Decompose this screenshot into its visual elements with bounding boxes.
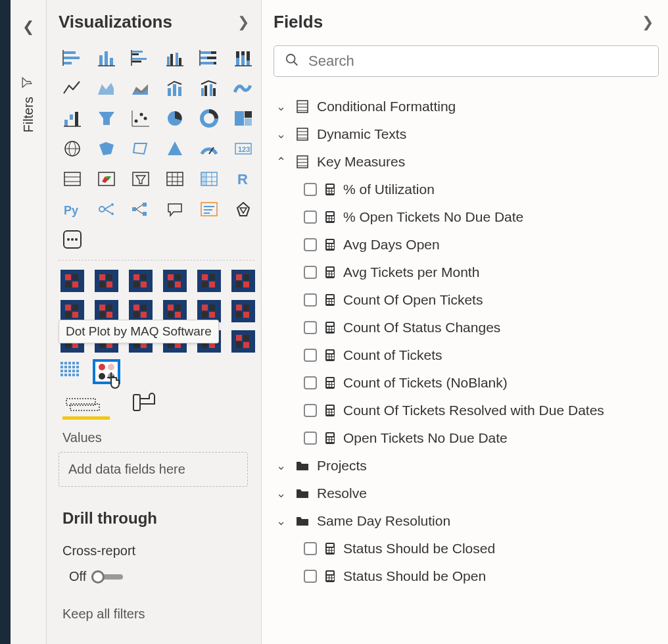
area-chart-icon[interactable]	[93, 76, 120, 101]
scatter-chart-icon[interactable]	[127, 106, 155, 131]
more-visuals-icon[interactable]	[59, 227, 86, 252]
field-checkbox[interactable]	[304, 376, 317, 389]
field-checkbox[interactable]	[304, 211, 317, 224]
dot-plot-visual-icon[interactable]	[93, 359, 120, 384]
field-checkbox[interactable]	[304, 432, 317, 445]
line-stacked-column-icon[interactable]	[161, 76, 189, 101]
svg-rect-11	[132, 61, 141, 62]
collapse-filters-icon[interactable]: ❮	[22, 18, 34, 36]
donut-chart-icon[interactable]	[195, 106, 223, 131]
smart-narrative-icon[interactable]	[195, 197, 223, 222]
matrix-icon[interactable]	[195, 166, 223, 191]
field-table-row[interactable]: ⌄Dynamic Texts	[274, 120, 659, 148]
field-checkbox[interactable]	[304, 570, 317, 583]
svg-rect-152	[243, 305, 249, 310]
fields-tab-icon[interactable]	[65, 392, 111, 414]
custom-visual-icon[interactable]	[161, 268, 189, 293]
field-checkbox[interactable]	[304, 266, 317, 279]
svg-rect-292	[327, 410, 329, 412]
field-table-row[interactable]: ⌄Same Day Resolution	[274, 507, 659, 535]
stacked-bar-chart-icon[interactable]	[59, 45, 86, 70]
custom-visual-icon[interactable]	[229, 299, 257, 324]
field-checkbox[interactable]	[304, 542, 317, 555]
multi-row-card-icon[interactable]	[59, 166, 86, 191]
python-visual-icon[interactable]: Py	[59, 197, 86, 222]
chevron-up-icon: ⌃	[274, 155, 288, 169]
treemap-icon[interactable]	[229, 106, 257, 131]
r-visual-icon[interactable]: R	[229, 166, 257, 191]
slicer-icon[interactable]	[127, 166, 155, 191]
field-checkbox[interactable]	[304, 321, 317, 334]
svg-rect-313	[332, 551, 334, 553]
field-table-row[interactable]: ⌄Projects	[274, 452, 659, 480]
svg-rect-145	[197, 300, 221, 322]
hundred-stacked-bar-icon[interactable]	[195, 45, 223, 70]
qna-icon[interactable]	[161, 197, 189, 222]
custom-visual-icon[interactable]	[127, 268, 155, 293]
custom-visual-icon[interactable]	[59, 268, 86, 293]
grid-visual-icon[interactable]	[59, 359, 86, 384]
field-measure-row[interactable]: % of Utilization	[274, 176, 659, 203]
custom-visual-icon[interactable]	[195, 268, 223, 293]
funnel-chart-icon[interactable]	[93, 106, 120, 131]
card-icon[interactable]: 123	[229, 136, 257, 161]
field-table-row[interactable]: ⌄Resolve	[274, 480, 659, 507]
field-checkbox[interactable]	[304, 349, 317, 362]
field-measure-row[interactable]: Count of Tickets (NoBlank)	[274, 369, 659, 397]
hundred-stacked-column-icon[interactable]	[229, 45, 257, 70]
svg-rect-141	[168, 305, 174, 310]
cross-report-label: Cross-report	[62, 543, 254, 558]
line-clustered-column-icon[interactable]	[195, 76, 223, 101]
shape-map-icon[interactable]	[127, 136, 155, 161]
custom-visual-icon[interactable]	[229, 268, 257, 293]
field-measure-row[interactable]: % Open Tickets No Due Date	[274, 203, 659, 231]
custom-visual-icon[interactable]	[93, 268, 120, 293]
azure-map-icon[interactable]	[161, 136, 189, 161]
field-measure-row[interactable]: Count of Tickets	[274, 341, 659, 369]
field-measure-row[interactable]: Count Of Tickets Resolved with Due Dates	[274, 397, 659, 424]
clustered-column-chart-icon[interactable]	[161, 45, 189, 70]
field-checkbox[interactable]	[304, 293, 317, 307]
values-drop-zone[interactable]: Add data fields here	[59, 452, 248, 487]
field-checkbox[interactable]	[304, 183, 317, 196]
collapse-fields-icon[interactable]: ❯	[642, 14, 654, 31]
stacked-area-chart-icon[interactable]	[127, 76, 155, 101]
field-measure-row[interactable]: Status Should be Closed	[274, 535, 659, 562]
gauge-icon[interactable]	[195, 136, 223, 161]
pie-chart-icon[interactable]	[161, 106, 189, 131]
map-icon[interactable]	[59, 136, 86, 161]
clustered-bar-chart-icon[interactable]	[127, 45, 155, 70]
search-input[interactable]	[308, 53, 648, 70]
svg-rect-154	[243, 312, 249, 318]
svg-rect-96	[65, 274, 71, 280]
field-measure-row[interactable]: Avg Days Open	[274, 231, 659, 259]
key-influencers-icon[interactable]	[93, 197, 120, 222]
stacked-column-chart-icon[interactable]	[93, 45, 120, 70]
field-measure-row[interactable]: Avg Tickets per Month	[274, 259, 659, 286]
waterfall-chart-icon[interactable]	[59, 106, 86, 131]
custom-visual-icon[interactable]	[229, 329, 257, 354]
kpi-icon[interactable]	[93, 166, 120, 191]
field-measure-row[interactable]: Open Tickets No Due Date	[274, 424, 659, 452]
format-tab-icon[interactable]	[131, 392, 157, 414]
svg-rect-318	[332, 576, 334, 578]
table-icon[interactable]	[161, 166, 189, 191]
decomposition-tree-icon[interactable]	[127, 197, 155, 222]
field-table-row[interactable]: ⌄Conditional Formatting	[274, 93, 659, 120]
svg-rect-131	[99, 305, 105, 310]
paginated-report-icon[interactable]	[229, 197, 257, 222]
field-checkbox[interactable]	[304, 238, 317, 251]
field-measure-row[interactable]: Count Of Status Changes	[274, 314, 659, 341]
field-measure-row[interactable]: Count Of Open Tickets	[274, 286, 659, 314]
field-checkbox[interactable]	[304, 404, 317, 417]
measure-name: Avg Days Open	[343, 237, 440, 253]
line-chart-icon[interactable]	[59, 76, 86, 101]
filled-map-icon[interactable]	[93, 136, 120, 161]
svg-rect-10	[132, 58, 147, 60]
field-measure-row[interactable]: Status Should be Open	[274, 562, 659, 590]
cross-report-toggle[interactable]: Off	[69, 569, 254, 584]
fields-search[interactable]	[274, 45, 659, 77]
ribbon-chart-icon[interactable]	[229, 76, 257, 101]
collapse-visualizations-icon[interactable]: ❯	[237, 14, 249, 31]
field-table-row[interactable]: ⌃Key Measures	[274, 148, 659, 176]
